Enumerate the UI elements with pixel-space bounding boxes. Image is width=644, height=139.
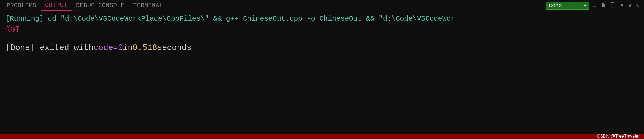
chevron-down-icon[interactable]: ∨ [627,1,633,10]
tab-debug-console[interactable]: DEBUG CONSOLE [72,1,129,11]
copy-icon[interactable] [609,1,617,10]
done-prefix: [Done] exited with [5,42,94,54]
chinese-output-line: 你好 [5,24,639,35]
output-source-dropdown[interactable]: Code ▾ [546,2,589,10]
close-icon[interactable]: ✕ [635,1,641,10]
chevron-down-icon: ▾ [584,3,586,8]
toolbar-right: Code ▾ ≡ ∧ ∨ ✕ [546,1,641,10]
content-area: [Running] cd "d:\Code\VSCodeWorkPlace\Cp… [0,11,644,134]
chevron-up-icon[interactable]: ∧ [619,1,625,10]
list-icon[interactable]: ≡ [592,2,597,9]
done-line: [Done] exited with code=0 in 0.518 secon… [5,42,639,54]
tab-output[interactable]: OUTPUT [41,0,72,11]
done-middle: in [123,42,133,54]
tab-bar: PROBLEMS OUTPUT DEBUG CONSOLE TERMINAL C… [0,0,644,11]
dropdown-label: Code [549,2,562,9]
done-number: 0.518 [133,42,157,54]
done-code: code=0 [94,42,123,54]
lock-icon[interactable] [599,1,607,10]
svg-rect-2 [611,3,614,6]
svg-rect-0 [602,4,605,7]
attribution-text: CSDN @TreeTraveler [597,134,640,139]
blank-line [5,35,639,42]
running-line: [Running] cd "d:\Code\VSCodeWorkPlace\Cp… [5,14,639,24]
tab-terminal[interactable]: TERMINAL [129,1,167,11]
bottom-bar: CSDN @TreeTraveler [0,134,644,139]
tab-problems[interactable]: PROBLEMS [2,1,41,11]
done-suffix: seconds [157,42,191,54]
